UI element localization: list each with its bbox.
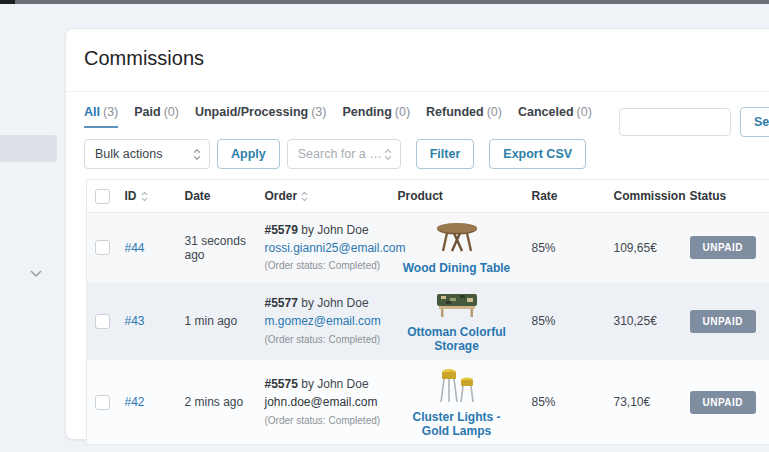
status-badge: UNPAID: [690, 310, 757, 333]
rate-cell: 85%: [524, 283, 606, 360]
table-row: #44 31 seconds ago #5579 by John Doe ros…: [87, 213, 769, 283]
product-filter-select[interactable]: Search for a produc...: [287, 139, 401, 169]
product-name-link[interactable]: Ottoman Colorful Storage: [398, 325, 516, 353]
column-header-status: Status: [682, 180, 769, 213]
order-cell: #5577 by John Doe m.gomez@email.com (Ord…: [257, 283, 390, 360]
order-number: #5577: [265, 296, 298, 310]
tab-refunded[interactable]: Refunded(0): [426, 105, 502, 126]
commission-cell: 109,65€: [606, 213, 682, 283]
column-header-date: Date: [177, 180, 257, 213]
rate-cell: 85%: [524, 360, 606, 445]
table-row: #43 1 min ago #5577 by John Doe m.gomez@…: [87, 283, 769, 360]
order-number: #5575: [265, 377, 298, 391]
product-cell: Ottoman Colorful Storage: [390, 283, 524, 360]
order-cell: #5579 by John Doe rossi.gianni25@email.c…: [257, 213, 390, 283]
tab-count: (0): [395, 105, 410, 119]
tab-paid[interactable]: Paid(0): [134, 105, 179, 126]
commission-id-link[interactable]: #42: [125, 395, 145, 409]
ottoman-image: [434, 289, 480, 319]
status-badge: UNPAID: [690, 236, 757, 259]
tab-count: (0): [164, 105, 179, 119]
commissions-panel: Commissions All(3) Paid(0) Unpaid/Proces…: [65, 28, 769, 440]
updown-chevron-icon: [193, 148, 201, 161]
order-cell: #5575 by John Doe john.doe@email.com (Or…: [257, 360, 390, 445]
order-status-note: (Order status: Completed): [265, 334, 381, 345]
commission-id-link[interactable]: #43: [125, 314, 145, 328]
commissions-table: ID Date Order Product Rate Commission St…: [86, 179, 769, 445]
order-customer: by John Doe: [298, 223, 369, 237]
apply-button[interactable]: Apply: [217, 139, 280, 169]
customer-email-link[interactable]: rossi.gianni25@email.com: [265, 240, 382, 257]
divider: [66, 91, 769, 92]
updown-chevron-icon: [384, 148, 392, 161]
order-customer: by John Doe: [298, 296, 369, 310]
sort-chevrons-icon: [141, 191, 148, 202]
customer-email-link[interactable]: m.gomez@email.com: [265, 313, 382, 330]
order-customer: by John Doe: [298, 377, 369, 391]
product-thumbnail[interactable]: [434, 289, 480, 319]
status-filter-tabs: All(3) Paid(0) Unpaid/Processing(3) Pend…: [84, 105, 592, 128]
product-name-link[interactable]: Wood Dining Table: [398, 261, 516, 275]
table-header-row: ID Date Order Product Rate Commission St…: [87, 180, 769, 213]
export-csv-button[interactable]: Export CSV: [489, 139, 586, 169]
product-name-link[interactable]: Cluster Lights - Gold Lamps: [398, 410, 516, 438]
tab-canceled[interactable]: Canceled(0): [518, 105, 592, 126]
rate-cell: 85%: [524, 213, 606, 283]
tab-count: (3): [103, 105, 118, 119]
product-cell: Wood Dining Table: [390, 213, 524, 283]
customer-email: john.doe@email.com: [265, 394, 382, 411]
tab-count: (0): [487, 105, 502, 119]
page-title: Commissions: [84, 47, 204, 70]
product-thumbnail[interactable]: [434, 366, 480, 404]
product-thumbnail[interactable]: [434, 221, 480, 255]
tab-all[interactable]: All(3): [84, 105, 118, 128]
sidebar-menu-item[interactable]: [0, 135, 57, 162]
tab-unpaid-processing[interactable]: Unpaid/Processing(3): [195, 105, 327, 126]
admin-page: { "colors":{"accent":"#2977b0","badge_bg…: [0, 0, 769, 452]
column-header-product: Product: [390, 180, 524, 213]
commission-cell: 310,25€: [606, 283, 682, 360]
column-header-commission: Commission: [606, 180, 682, 213]
status-badge: UNPAID: [690, 391, 757, 414]
table-toolbar: Bulk actions Apply Search for a produc..…: [84, 139, 586, 169]
filter-button[interactable]: Filter: [416, 139, 475, 169]
tab-pending[interactable]: Pending(0): [342, 105, 410, 126]
search-button[interactable]: Search: [740, 107, 769, 137]
tab-count: (3): [311, 105, 326, 119]
commission-id-link[interactable]: #44: [125, 241, 145, 255]
top-chrome-bar-dark-segment: [0, 0, 15, 4]
table-row: #42 2 mins ago #5575 by John Doe john.do…: [87, 360, 769, 445]
tab-count: (0): [577, 105, 592, 119]
order-status-note: (Order status: Completed): [265, 415, 381, 426]
commission-cell: 73,10€: [606, 360, 682, 445]
column-header-rate: Rate: [524, 180, 606, 213]
row-checkbox[interactable]: [95, 395, 110, 410]
wood-table-image: [434, 221, 480, 255]
column-header-id[interactable]: ID: [117, 180, 177, 213]
date-cell: 2 mins ago: [177, 360, 257, 445]
sort-chevrons-icon: [301, 191, 308, 202]
search-input[interactable]: [619, 108, 731, 136]
order-number: #5579: [265, 223, 298, 237]
row-checkbox[interactable]: [95, 240, 110, 255]
bulk-actions-select[interactable]: Bulk actions: [84, 139, 210, 169]
date-cell: 31 seconds ago: [177, 213, 257, 283]
row-checkbox[interactable]: [95, 314, 110, 329]
chevron-down-icon[interactable]: [29, 265, 43, 275]
gold-lamps-image: [434, 366, 480, 404]
select-all-checkbox[interactable]: [95, 189, 110, 204]
column-header-order[interactable]: Order: [257, 180, 390, 213]
order-status-note: (Order status: Completed): [265, 260, 381, 271]
date-cell: 1 min ago: [177, 283, 257, 360]
product-cell: Cluster Lights - Gold Lamps: [390, 360, 524, 445]
top-chrome-bar: [0, 0, 769, 4]
